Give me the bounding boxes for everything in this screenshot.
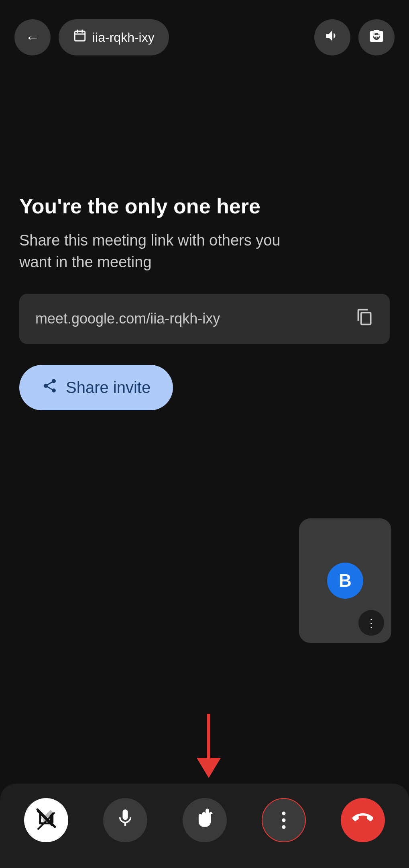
red-arrow-svg [193, 714, 225, 778]
svg-marker-5 [197, 758, 221, 778]
video-more-button[interactable]: ⋮ [358, 610, 384, 636]
top-bar-left: ← iia-rqkh-ixy [14, 19, 169, 55]
copy-icon [356, 311, 374, 329]
calendar-icon [73, 29, 87, 46]
share-invite-button[interactable]: Share invite [19, 365, 173, 410]
svg-point-8 [282, 819, 285, 822]
back-button[interactable]: ← [14, 19, 51, 55]
bottom-bar [0, 784, 409, 868]
back-icon: ← [25, 29, 40, 46]
svg-point-9 [282, 825, 285, 829]
raise-hand-icon [194, 808, 215, 833]
microphone-icon [115, 808, 136, 833]
more-options-button[interactable] [262, 798, 306, 842]
meeting-link-box: meet.google.com/iia-rqkh-ixy [19, 294, 390, 344]
alone-subtitle: Share this meeting link with others you … [19, 230, 300, 272]
raise-hand-button[interactable] [183, 798, 227, 842]
avatar: B [327, 563, 363, 599]
camera-toggle-button[interactable] [24, 798, 68, 842]
svg-point-7 [282, 812, 285, 815]
avatar-initial: B [339, 571, 352, 591]
camera-off-icon [36, 808, 57, 833]
alone-title: You're the only one here [19, 194, 390, 219]
meeting-code-label: iia-rqkh-ixy [92, 30, 155, 45]
copy-link-button[interactable] [356, 308, 374, 330]
video-more-icon: ⋮ [366, 616, 377, 630]
top-bar-right [314, 19, 395, 55]
flip-camera-icon [368, 28, 385, 47]
sound-button[interactable] [314, 19, 350, 55]
meeting-code-button[interactable]: iia-rqkh-ixy [59, 19, 169, 55]
self-video-tile: B ⋮ [299, 518, 391, 643]
main-content: You're the only one here Share this meet… [0, 65, 409, 410]
arrow-annotation [193, 714, 225, 780]
more-options-icon [282, 811, 286, 829]
microphone-button[interactable] [103, 798, 147, 842]
share-invite-label: Share invite [66, 379, 151, 397]
top-bar: ← iia-rqkh-ixy [0, 0, 409, 65]
end-call-icon [352, 808, 373, 833]
svg-rect-0 [75, 31, 85, 41]
sound-icon [324, 28, 340, 47]
end-call-button[interactable] [341, 798, 385, 842]
share-icon [42, 378, 58, 397]
flip-camera-button[interactable] [358, 19, 395, 55]
meeting-link-text: meet.google.com/iia-rqkh-ixy [35, 310, 220, 327]
